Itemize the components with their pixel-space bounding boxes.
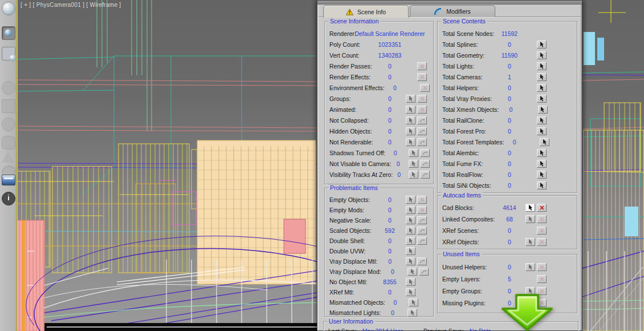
delete-button[interactable] — [417, 106, 427, 114]
square-tool-icon[interactable] — [2, 99, 15, 113]
fix-button[interactable] — [417, 257, 427, 265]
fix-button[interactable] — [417, 138, 427, 146]
delete-button[interactable] — [537, 275, 547, 283]
button-spacer — [525, 275, 535, 283]
select-button[interactable] — [537, 127, 547, 135]
select-button[interactable] — [406, 106, 415, 114]
fix-button[interactable] — [420, 160, 430, 168]
select-object-pressed-icon[interactable] — [2, 26, 15, 40]
button-spacer — [527, 106, 536, 114]
row-value: 0 — [504, 139, 525, 146]
select-button[interactable] — [525, 215, 535, 223]
row-buttons — [406, 138, 430, 146]
delete-button[interactable] — [417, 95, 427, 103]
select-button[interactable] — [409, 160, 418, 168]
info-row: Total Fume FX:0 — [438, 158, 577, 169]
select-button[interactable] — [537, 181, 547, 189]
select-button[interactable] — [406, 278, 415, 286]
select-button[interactable] — [537, 116, 547, 124]
fix-button[interactable] — [417, 127, 427, 135]
select-button[interactable] — [409, 298, 418, 306]
select-button[interactable] — [407, 268, 417, 276]
row-value: 0 — [497, 117, 522, 124]
select-button[interactable] — [409, 149, 418, 157]
delete-button[interactable] — [537, 227, 547, 235]
row-buttons — [406, 116, 430, 124]
row-buttons — [406, 237, 430, 245]
panel-sphere-icon[interactable] — [2, 47, 15, 60]
button-spacer — [417, 288, 427, 296]
row-value: 0 — [377, 128, 402, 135]
fix-button[interactable] — [419, 268, 429, 276]
row-buttons — [409, 149, 430, 157]
row-value: 0 — [377, 248, 402, 255]
select-button[interactable] — [537, 73, 547, 81]
dialog-titlebar[interactable] — [317, 1, 582, 5]
row-label: Animated: — [329, 106, 377, 113]
select-button[interactable] — [407, 309, 417, 317]
cylinder-tool-icon[interactable] — [2, 136, 15, 150]
fix-button[interactable] — [417, 237, 427, 245]
circle-tool-icon[interactable] — [2, 81, 15, 95]
select-button[interactable] — [537, 171, 547, 179]
row-value: 0 — [497, 41, 522, 48]
button-spacer — [419, 309, 429, 317]
viewport-label[interactable]: [ + ] [ PhysCamera001 ] [ Wireframe ] — [21, 2, 121, 8]
fix-button[interactable] — [417, 116, 427, 124]
select-button[interactable] — [406, 116, 415, 124]
select-button[interactable] — [525, 238, 535, 246]
select-button[interactable] — [406, 196, 415, 204]
delete-button[interactable] — [417, 196, 427, 204]
select-button[interactable] — [406, 288, 415, 296]
delete-button[interactable] — [537, 238, 547, 246]
info-row: Groups:0 — [325, 93, 433, 104]
row-label: Mismatched Objects: — [329, 299, 385, 306]
select-button[interactable] — [406, 247, 415, 255]
select-button[interactable] — [537, 149, 547, 157]
delete-button[interactable] — [537, 215, 547, 223]
warning-triangle-icon[interactable] — [2, 152, 14, 163]
delete-button[interactable] — [537, 263, 547, 271]
select-button[interactable] — [406, 138, 415, 146]
select-button[interactable] — [406, 127, 415, 135]
info-row: Mismatched Objects:0 — [325, 297, 433, 308]
select-button[interactable] — [537, 62, 547, 70]
delete-button[interactable] — [417, 62, 427, 70]
select-button[interactable] — [406, 206, 415, 214]
delete-button[interactable] — [537, 204, 547, 212]
select-button[interactable] — [409, 171, 418, 179]
button-spacer — [417, 278, 427, 286]
circle-tool-icon[interactable] — [2, 118, 15, 131]
delete-button[interactable] — [420, 84, 430, 92]
info-row: Empty Mods:0 — [325, 205, 433, 215]
row-value: 11592 — [497, 30, 522, 37]
tab-modifiers[interactable]: Modifiers — [410, 5, 495, 17]
select-button[interactable] — [406, 257, 415, 265]
fix-button[interactable] — [417, 216, 427, 224]
select-button[interactable] — [538, 106, 548, 114]
select-button[interactable] — [525, 204, 535, 212]
tab-scene-info[interactable]: Scene Info — [323, 5, 409, 18]
info-icon[interactable] — [2, 192, 15, 205]
select-button[interactable] — [525, 263, 535, 271]
row-label: Total Forest Pro: — [442, 128, 497, 135]
select-button[interactable] — [406, 95, 415, 103]
fix-button[interactable] — [417, 227, 427, 235]
fix-button[interactable] — [420, 149, 430, 157]
select-button[interactable] — [406, 227, 415, 235]
delete-button[interactable] — [417, 206, 427, 214]
row-label: Mismatched Lights: — [329, 309, 381, 316]
select-button[interactable] — [406, 216, 415, 224]
select-button[interactable] — [406, 237, 415, 245]
select-button[interactable] — [537, 95, 547, 103]
row-value: 0 — [377, 106, 402, 113]
badge-icon[interactable] — [2, 175, 15, 185]
select-button[interactable] — [537, 160, 547, 168]
fix-button[interactable] — [420, 171, 430, 179]
select-button[interactable] — [537, 41, 547, 49]
select-button[interactable] — [540, 138, 549, 146]
select-button[interactable] — [537, 51, 547, 59]
select-button[interactable] — [537, 84, 547, 92]
delete-button[interactable] — [417, 73, 427, 81]
sphere-icon[interactable] — [2, 2, 15, 15]
